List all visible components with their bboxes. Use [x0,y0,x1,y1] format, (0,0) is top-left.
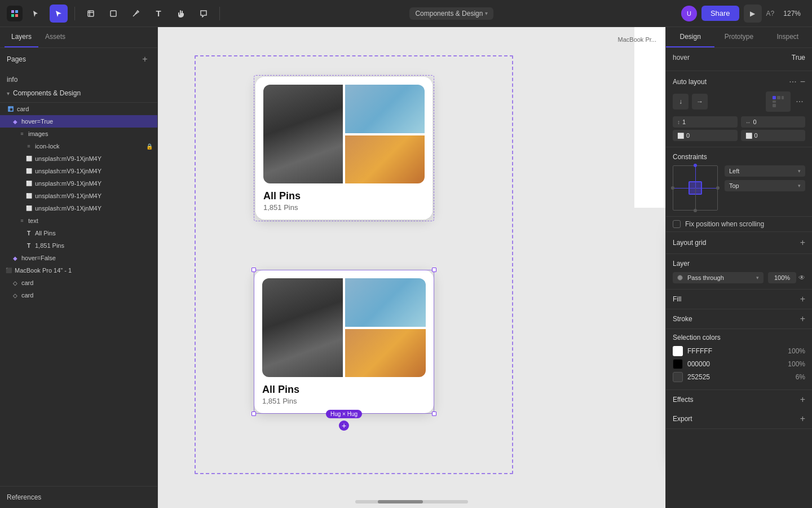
layer-hover-false[interactable]: ◆ hover=False [0,252,157,264]
tab-assets[interactable]: Assets [38,27,72,47]
layer-unsplash-5[interactable]: ⬜ unsplash:mV9-1XjnM4Y [0,202,157,214]
layout-grid-header: Layout grid + [673,238,805,248]
padding-tb-icon: ⬜ [745,133,752,139]
resize-handle-tl[interactable] [251,268,256,272]
canvas[interactable]: MacBook Pr... All Pins 1,851 Pins [158,27,665,508]
layer-card-1[interactable]: ◇ card [0,277,157,289]
auto-layout-minus[interactable]: − [800,77,805,87]
layer-macbook[interactable]: ⬛ MacBook Pro 14" - 1 [0,264,157,277]
layer-card-root[interactable]: card [0,103,157,115]
share-button[interactable]: Share [701,6,739,21]
layout-grid-add[interactable]: + [800,238,805,248]
resize-handle-tr[interactable] [432,268,436,272]
resize-handle-br[interactable] [432,411,436,416]
layer-pins-count-text[interactable]: T 1,851 Pins [0,239,157,252]
layer-section: Layer Pass through ▾ 👁 [666,254,812,290]
scrollbar-thumb[interactable] [378,500,423,503]
canvas-scrollbar[interactable] [355,500,468,503]
layer-text-group[interactable]: ≡ text [0,214,157,227]
hand-tool[interactable] [172,5,190,23]
layer-unsplash-1[interactable]: ⬜ unsplash:mV9-1XjnM4Y [0,152,157,165]
card-2[interactable]: All Pins 1,851 Pins [254,270,434,413]
zoom-level[interactable]: 127% [779,7,805,20]
layer-label-hover-true: hover=True [21,118,53,125]
opacity-input-layer[interactable] [768,272,796,283]
padding-lr-input[interactable]: ⬜ 0 [673,130,738,141]
sel-color-000000-left: 000000 [673,359,710,369]
swatch-252525[interactable] [673,372,683,382]
constraint-h-value: Left [729,168,739,174]
svg-rect-7 [111,11,116,16]
layer-unsplash-3[interactable]: ⬜ unsplash:mV9-1XjnM4Y [0,177,157,190]
swatch-ffffff[interactable] [673,346,683,356]
direction-down[interactable]: ↓ [673,94,689,110]
add-page-button[interactable]: + [139,54,151,65]
group-icon-2: ≡ [25,142,33,150]
layer-label-unsplash-1: unsplash:mV9-1XjnM4Y [35,155,102,162]
play-button[interactable]: ▶ [744,5,762,23]
auto-layout-dots[interactable]: ··· [794,96,805,107]
alignment-grid[interactable] [766,91,791,112]
layer-card-2[interactable]: ◇ card [0,289,157,301]
layer-label-unsplash-2: unsplash:mV9-1XjnM4Y [35,168,102,174]
tab-layers[interactable]: Layers [5,27,38,47]
layer-label-icon-lock: icon-lock [35,143,59,150]
opacity-ffffff: 100% [788,347,805,355]
swatch-000000[interactable] [673,359,683,369]
layer-icon-lock[interactable]: ≡ icon-lock 🔒 [0,140,157,152]
app-logo[interactable] [7,6,23,21]
page-item-components[interactable]: ▾ Components & Design [0,86,157,100]
page-label-components: Components & Design [13,89,81,97]
shape-tool[interactable] [104,5,122,23]
fill-add-button[interactable]: + [800,294,805,304]
blend-mode-selector[interactable]: Pass through ▾ [673,272,764,283]
pages-title: Pages [7,55,26,63]
right-panel-tabs: Design Prototype Inspect [666,27,812,48]
cursor-indicator[interactable]: A? [766,10,775,17]
direction-right[interactable]: → [692,94,708,110]
text-group-icon: ≡ [18,217,26,225]
auto-layout-actions: ··· − [789,77,805,87]
layer-images[interactable]: ≡ images [0,128,157,140]
hex-ffffff: FFFFFF [687,347,712,355]
user-avatar[interactable]: U [681,6,697,21]
breadcrumb[interactable]: Components & Design ▾ [409,7,493,20]
move-tool[interactable] [50,5,68,23]
padding-icon: ↔ [745,119,751,125]
export-add-button[interactable]: + [800,414,805,424]
auto-layout-title: Auto layout [673,78,707,86]
spacing-v-input[interactable]: ↕ 1 [673,116,738,128]
tab-prototype[interactable]: Prototype [714,27,763,47]
padding-value: 0 [753,119,757,125]
page-item-info[interactable]: info [0,73,157,86]
stroke-add-button[interactable]: + [800,314,805,324]
card-1[interactable]: All Pins 1,851 Pins [255,77,433,220]
padding-tb-input[interactable]: ⬜ 0 [741,130,806,141]
layer-hover-true[interactable]: ◆ hover=True [0,115,157,128]
padding-input[interactable]: ↔ 0 [741,116,806,128]
frame-tool[interactable] [82,5,100,23]
tab-design[interactable]: Design [666,27,714,47]
comment-tool[interactable] [195,5,213,23]
opacity-000000: 100% [788,360,805,368]
resize-handle-bl[interactable] [251,411,256,416]
layer-section-title: Layer [673,260,805,268]
svg-rect-3 [15,14,18,17]
text-tool[interactable]: T [149,5,167,23]
stroke-section: Stroke + [666,309,812,329]
layer-all-pins-text[interactable]: T All Pins [0,227,157,239]
layer-unsplash-4[interactable]: ⬜ unsplash:mV9-1XjnM4Y [0,190,157,202]
constraint-v-dropdown[interactable]: Top ▾ [725,180,805,191]
visibility-button[interactable]: 👁 [798,274,805,282]
layer-unsplash-2[interactable]: ⬜ unsplash:mV9-1XjnM4Y [0,165,157,177]
card-1-images [263,85,425,183]
tab-inspect[interactable]: Inspect [764,27,812,47]
effects-add-button[interactable]: + [800,395,805,405]
pen-tool[interactable] [127,5,145,23]
hug-plus-button[interactable]: + [339,421,349,431]
fix-position-row: Fix position when scrolling [666,217,812,232]
constraint-h-dropdown[interactable]: Left ▾ [725,165,805,177]
fix-position-checkbox[interactable] [673,220,681,228]
auto-layout-more[interactable]: ··· [789,77,796,87]
select-tool[interactable] [27,5,45,23]
